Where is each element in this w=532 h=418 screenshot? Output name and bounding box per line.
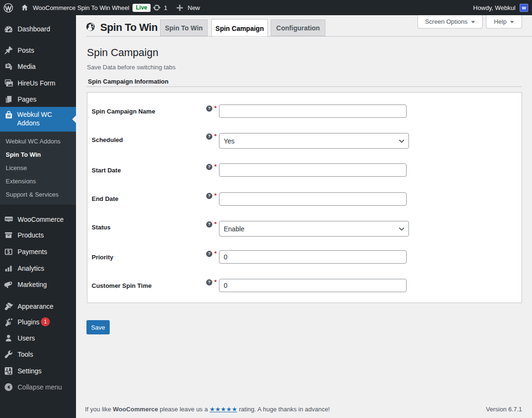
svg-text:WOO: WOO (5, 217, 13, 220)
svg-text:W: W (7, 114, 11, 118)
svg-text:$: $ (7, 249, 10, 255)
